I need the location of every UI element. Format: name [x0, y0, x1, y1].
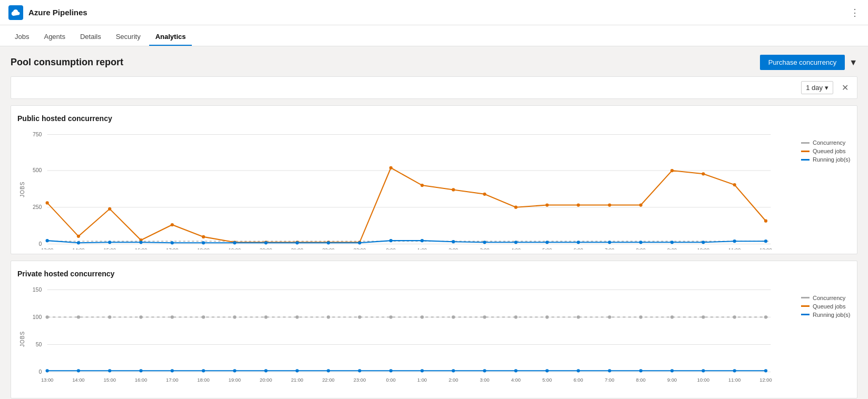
public-chart-legend: Concurrency Queued jobs Running job(s) [793, 129, 851, 250]
svg-text:0: 0 [38, 368, 42, 374]
svg-point-116 [108, 369, 111, 372]
svg-point-112 [733, 315, 736, 318]
svg-text:9:00: 9:00 [667, 377, 677, 383]
svg-text:22:00: 22:00 [322, 377, 334, 383]
public-y-axis-label: JOBS [17, 129, 25, 250]
svg-text:9:00: 9:00 [667, 247, 677, 250]
svg-point-94 [171, 315, 174, 318]
private-chart-area: 150 100 50 0 [25, 284, 793, 394]
svg-point-53 [670, 241, 674, 244]
legend-running: Running job(s) [801, 156, 851, 163]
svg-point-27 [608, 203, 611, 206]
svg-point-123 [327, 369, 330, 372]
purchase-concurrency-button[interactable]: Purchase concurrency [760, 55, 845, 70]
private-legend-concurrency-icon [801, 297, 810, 298]
svg-point-25 [545, 203, 549, 206]
svg-point-31 [733, 183, 736, 186]
private-chart-title: Private hosted concurrency [17, 270, 851, 278]
svg-point-42 [327, 241, 330, 244]
svg-point-56 [764, 240, 767, 243]
svg-text:13:00: 13:00 [41, 247, 53, 250]
legend-running-icon [801, 159, 810, 161]
svg-point-118 [171, 369, 174, 372]
svg-text:18:00: 18:00 [197, 247, 209, 250]
svg-text:8:00: 8:00 [636, 377, 646, 383]
public-chart-area: 750 500 250 0 [25, 129, 793, 250]
svg-point-107 [577, 315, 580, 318]
svg-point-51 [608, 241, 611, 244]
svg-text:1:00: 1:00 [417, 247, 427, 250]
svg-point-114 [45, 369, 48, 372]
nav-item-analytics[interactable]: Analytics [149, 28, 192, 46]
svg-point-119 [202, 369, 205, 372]
svg-text:100: 100 [33, 314, 42, 320]
svg-text:750: 750 [33, 132, 42, 137]
svg-point-111 [701, 315, 705, 318]
svg-point-130 [545, 369, 549, 372]
svg-point-100 [358, 315, 361, 318]
svg-text:10:00: 10:00 [697, 247, 709, 250]
svg-text:50: 50 [36, 341, 42, 347]
svg-point-35 [108, 241, 111, 244]
svg-text:19:00: 19:00 [229, 377, 241, 383]
app-header: Azure Pipelines ⋮ [0, 0, 868, 25]
legend-queued: Queued jobs [801, 148, 851, 154]
svg-point-128 [483, 369, 486, 372]
nav-item-security[interactable]: Security [110, 28, 147, 46]
svg-point-46 [452, 240, 455, 243]
public-chart-section: Public hosted concurrency JOBS 750 500 2… [11, 105, 857, 254]
svg-text:12:00: 12:00 [759, 247, 772, 250]
more-options-icon[interactable]: ⋮ [850, 7, 860, 18]
filter-icon[interactable]: ▼ [849, 58, 857, 67]
nav-item-details[interactable]: Details [74, 28, 108, 46]
day-selector[interactable]: 1 day ▾ [801, 81, 833, 94]
svg-point-102 [421, 315, 424, 318]
nav-item-agents[interactable]: Agents [37, 28, 71, 46]
svg-text:2:00: 2:00 [448, 377, 458, 383]
svg-text:0: 0 [38, 241, 42, 247]
svg-point-24 [514, 206, 518, 209]
svg-point-37 [171, 241, 174, 244]
public-chart-container: JOBS 750 500 250 0 [17, 129, 851, 250]
svg-point-127 [452, 369, 455, 372]
private-chart-section: Private hosted concurrency JOBS 150 100 … [11, 261, 857, 398]
svg-point-125 [389, 369, 393, 372]
svg-text:10:00: 10:00 [697, 377, 709, 383]
svg-point-20 [389, 166, 393, 169]
svg-text:15:00: 15:00 [103, 247, 115, 250]
svg-point-21 [421, 184, 424, 187]
svg-point-39 [233, 241, 236, 244]
svg-point-131 [577, 369, 580, 372]
svg-text:11:00: 11:00 [728, 247, 740, 250]
svg-point-135 [701, 369, 705, 372]
page-header: Pool consumption report Purchase concurr… [11, 55, 857, 70]
svg-point-29 [670, 169, 674, 172]
svg-point-129 [514, 369, 518, 372]
app-icon [8, 5, 23, 20]
svg-point-44 [389, 239, 393, 242]
svg-text:250: 250 [33, 204, 42, 210]
svg-text:18:00: 18:00 [197, 377, 209, 383]
svg-text:16:00: 16:00 [135, 247, 147, 250]
legend-concurrency: Concurrency [801, 139, 851, 146]
svg-text:5:00: 5:00 [542, 377, 552, 383]
svg-point-133 [639, 369, 642, 372]
nav-item-jobs[interactable]: Jobs [8, 28, 35, 46]
svg-point-91 [77, 315, 80, 318]
legend-queued-icon [801, 151, 810, 152]
svg-text:14:00: 14:00 [72, 247, 84, 250]
svg-point-92 [108, 315, 111, 318]
private-chart-container: JOBS 150 100 50 0 [17, 284, 851, 394]
svg-point-23 [483, 193, 486, 196]
svg-text:150: 150 [33, 286, 42, 292]
svg-point-126 [421, 369, 424, 372]
svg-point-9 [45, 201, 48, 204]
svg-text:11:00: 11:00 [728, 377, 740, 383]
page-title: Pool consumption report [11, 57, 123, 68]
svg-point-110 [670, 315, 674, 318]
svg-point-101 [389, 315, 393, 318]
svg-text:500: 500 [33, 167, 42, 173]
page-content: Pool consumption report Purchase concurr… [0, 46, 868, 399]
svg-point-47 [483, 241, 486, 244]
close-filter-button[interactable]: ✕ [842, 83, 849, 93]
